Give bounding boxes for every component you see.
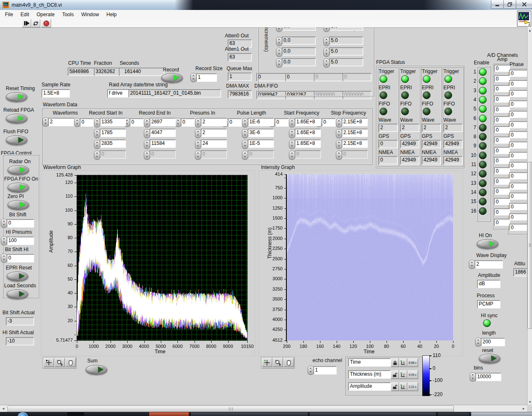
channel-enable-led[interactable]	[479, 207, 487, 215]
reset-toggle[interactable]	[479, 354, 500, 363]
bit-shift-spinner[interactable]: ▲▼	[1, 219, 7, 228]
trigger-led[interactable]	[379, 75, 387, 83]
fifo-led[interactable]	[401, 108, 409, 115]
increment-spinner[interactable]: ▲▼	[276, 37, 282, 46]
channel-enable-led[interactable]	[479, 124, 487, 132]
value-spinner[interactable]: ▲▼	[289, 140, 295, 149]
zoom-tool-button[interactable]	[54, 358, 65, 367]
taskbar-button[interactable]	[309, 412, 436, 416]
run-continuous-button[interactable]	[31, 19, 40, 27]
start-frequency-field[interactable]: 1.65E+8	[295, 139, 321, 148]
value-spinner[interactable]: ▲▼	[195, 129, 201, 138]
axis-name-field[interactable]: Amplitude	[348, 382, 391, 391]
channel-amp-field[interactable]: 0	[494, 95, 510, 103]
array-index-field[interactable]: 0	[322, 118, 336, 127]
taskbar-tray[interactable]	[471, 412, 532, 416]
value-spinner[interactable]: ▲▼	[195, 118, 201, 127]
value-spinner[interactable]: ▲▼	[94, 118, 100, 127]
vertical-scroll-thumb[interactable]	[527, 162, 532, 329]
bit-shift-hi-field[interactable]: 0	[7, 254, 34, 262]
pulse-length-field[interactable]: 1E-6	[248, 118, 274, 126]
axis-scale-button[interactable]: Y	[399, 370, 407, 379]
channel-amp-field[interactable]: 0	[494, 157, 510, 164]
lock-open-icon[interactable]	[391, 382, 399, 391]
channel-amp-field[interactable]: 0	[494, 178, 510, 185]
menu-operate[interactable]: Operate	[35, 10, 56, 19]
sample-rate-field[interactable]: 1.5E+8	[42, 89, 70, 98]
record-end-in-field[interactable]: 2697	[150, 118, 176, 126]
start-frequency-field[interactable]: 1.65E+8	[295, 118, 321, 126]
close-button[interactable]	[516, 0, 532, 9]
bins-field[interactable]: 10000	[475, 373, 501, 381]
record-size-spinner[interactable]: ▲▼	[190, 73, 197, 82]
hi-presums-field[interactable]: 100	[7, 237, 34, 245]
channel-phase-field[interactable]: 0	[509, 162, 527, 169]
start-frequency-field[interactable]: 1.65E+8	[295, 129, 321, 137]
array-index-field[interactable]: 0	[228, 118, 242, 127]
epri-reset-toggle[interactable]	[7, 272, 28, 281]
menu-edit[interactable]: Edit	[19, 10, 31, 19]
length-field[interactable]: 200	[481, 338, 505, 346]
horizontal-scrollbar[interactable]: ◄ ►	[0, 405, 527, 412]
pan-tool-button[interactable]	[65, 358, 76, 367]
cursor-tool-button[interactable]	[44, 358, 54, 367]
array-index-spinner[interactable]: ▲▼	[175, 118, 181, 127]
value-spinner[interactable]: ▲▼	[289, 129, 295, 138]
lock-open-icon[interactable]	[391, 370, 399, 379]
channel-amp-field[interactable]: 0	[494, 126, 510, 133]
channel-amp-field[interactable]: 0	[494, 198, 510, 205]
menu-help[interactable]: Help	[105, 10, 118, 19]
format-button[interactable]: 8.88▼	[407, 358, 418, 367]
channel-amp-field[interactable]: 0	[494, 137, 510, 144]
scroll-down-button[interactable]: ▼	[527, 399, 532, 405]
record-toggle[interactable]	[161, 73, 183, 83]
radar-on-toggle[interactable]	[7, 165, 29, 175]
bit-shift-field[interactable]: 0	[7, 219, 34, 228]
taskbar-button[interactable]	[67, 412, 84, 416]
increment-field[interactable]: 0.0	[282, 58, 316, 66]
channel-amp-field[interactable]: 0	[494, 85, 510, 92]
channel-phase-field[interactable]: 0	[509, 203, 527, 210]
zoom-tool-button[interactable]	[273, 358, 283, 367]
stop-frequency-field[interactable]: 2.15E+8	[342, 139, 368, 148]
channel-amp-field[interactable]: 0	[494, 75, 510, 82]
echo-channel-spinner[interactable]: ▲▼	[308, 366, 314, 375]
array-index-field[interactable]: 0	[80, 118, 94, 127]
channel-amp-field[interactable]: 0	[494, 219, 510, 226]
cursor-tool-button[interactable]	[262, 358, 272, 367]
channel-phase-field[interactable]: 0	[509, 183, 527, 190]
lock-closed-icon[interactable]	[391, 358, 399, 367]
level-field[interactable]: 5.0	[329, 58, 363, 66]
menu-file[interactable]: File	[3, 10, 15, 19]
run-button[interactable]	[22, 19, 31, 27]
channel-enable-led[interactable]	[479, 179, 487, 187]
channel-phase-field[interactable]: 0	[509, 70, 527, 77]
value-spinner[interactable]: ▲▼	[242, 140, 248, 149]
pulse-length-field[interactable]: 1E-5	[248, 139, 274, 148]
array-index-field[interactable]: 0	[181, 118, 195, 127]
restore-button[interactable]	[503, 0, 516, 9]
epri-led[interactable]	[401, 91, 409, 99]
fpga-fifo-on-toggle[interactable]	[7, 183, 29, 192]
scroll-up-button[interactable]: ▲	[527, 27, 532, 33]
channel-amp-field[interactable]: 0	[494, 106, 510, 113]
increment-field[interactable]: 0.0	[282, 27, 316, 31]
channel-amp-field[interactable]: 0	[494, 188, 510, 195]
reload-fpga-toggle[interactable]	[6, 114, 27, 123]
channel-enable-led[interactable]	[479, 115, 487, 122]
axis-name-field[interactable]: Time	[348, 358, 391, 367]
axis-name-field[interactable]: Thickness (m)	[348, 370, 391, 379]
zero-pi-toggle[interactable]	[7, 200, 29, 210]
channel-phase-field[interactable]: 0	[509, 193, 527, 200]
color-ramp[interactable]	[422, 355, 430, 396]
channel-phase-field[interactable]: 0	[509, 121, 527, 128]
channel-phase-field[interactable]: 0	[509, 111, 527, 118]
sum-toggle[interactable]	[86, 365, 107, 374]
increment-field[interactable]: 0.0	[282, 37, 316, 45]
increment-spinner[interactable]: ▲▼	[276, 59, 282, 68]
level-field[interactable]: 5.0	[329, 47, 363, 56]
level-field[interactable]: 5.0	[329, 27, 363, 31]
record-size-field[interactable]: 1	[196, 73, 217, 82]
waveforms-spinner[interactable]: ▲▼	[42, 117, 49, 127]
value-spinner[interactable]: ▲▼	[242, 151, 248, 160]
